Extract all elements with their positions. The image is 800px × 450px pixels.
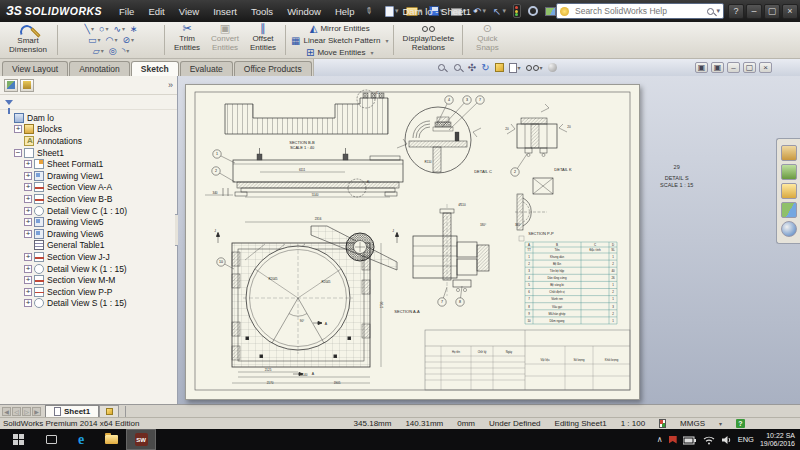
view-sheets-button[interactable]: ▾ xyxy=(509,63,521,73)
tree-item-drawing-view5[interactable]: +Drawing View5 xyxy=(0,216,177,228)
expander-icon[interactable]: + xyxy=(24,276,32,284)
menu-edit[interactable]: Edit xyxy=(141,3,171,20)
solidworks-taskbar-button[interactable]: SW xyxy=(126,429,156,450)
panel-expand-icon[interactable]: » xyxy=(168,80,173,90)
display-delete-relations-button[interactable]: Display/Delete Relations xyxy=(397,23,459,57)
wifi-icon[interactable] xyxy=(703,435,715,445)
status-help-icon[interactable]: ? xyxy=(736,419,745,428)
tab-office-products[interactable]: Office Products xyxy=(234,61,312,76)
view-settings-button[interactable]: ▾ xyxy=(526,64,543,71)
design-library-tab-icon[interactable] xyxy=(781,164,797,180)
tree-item-drawing-view1[interactable]: +Drawing View1 xyxy=(0,170,177,182)
convert-entities-button[interactable]: ▣ Convert Entities xyxy=(206,23,244,57)
tree-item-detail-view-c-1-10[interactable]: +Detail View C (1 : 10) xyxy=(0,205,177,217)
new-document-button[interactable]: ▾ xyxy=(383,3,401,19)
doc-close-button[interactable]: × xyxy=(759,62,772,73)
tab-annotation[interactable]: Annotation xyxy=(69,61,130,76)
menu-help[interactable]: Help xyxy=(328,3,362,20)
expander-icon[interactable]: + xyxy=(24,218,32,226)
expander-icon[interactable]: + xyxy=(24,160,32,168)
file-explorer-tab-icon[interactable] xyxy=(781,183,797,199)
expander-icon[interactable]: + xyxy=(24,183,32,191)
pan-button[interactable]: ✣ xyxy=(468,62,476,73)
minimize-button[interactable]: – xyxy=(746,4,762,19)
select-button[interactable]: ↖▾ xyxy=(491,3,508,19)
close-button[interactable]: × xyxy=(782,4,798,19)
expander-icon[interactable]: − xyxy=(14,149,22,157)
feature-manager-tab-icon[interactable] xyxy=(4,79,18,92)
linear-sketch-pattern-button[interactable]: ▦ Linear Sketch Pattern ▾ xyxy=(289,35,390,46)
last-sheet-button[interactable]: ▶ xyxy=(32,407,41,416)
view-palette-tab-icon[interactable] xyxy=(781,202,797,218)
tree-item-general-table1[interactable]: General Table1 xyxy=(0,240,177,252)
graphics-area[interactable]: SECTION B-B SCALE 1 : 40 xyxy=(178,76,800,404)
tab-sketch[interactable]: Sketch xyxy=(131,61,179,76)
drawing-sheet[interactable]: SECTION B-B SCALE 1 : 40 xyxy=(185,84,640,400)
ellipse-tool[interactable]: ⊘▾ xyxy=(120,35,136,45)
tray-expand-icon[interactable]: ∧ xyxy=(657,435,663,444)
sheet1-tab[interactable]: Sheet1 xyxy=(45,405,99,417)
balloon-29[interactable]: 29 xyxy=(660,164,693,171)
point-tool[interactable]: ∗ xyxy=(128,24,140,34)
expander-icon[interactable]: + xyxy=(24,230,32,238)
tree-item-section-view-j-j[interactable]: +Section View J-J xyxy=(0,251,177,263)
zoom-to-area-button[interactable] xyxy=(452,64,463,71)
tray-red-app-icon[interactable] xyxy=(669,436,677,444)
tree-filter[interactable] xyxy=(0,95,177,110)
search-box[interactable]: ▾ xyxy=(556,3,724,19)
restore-button[interactable]: ▢ xyxy=(764,4,780,19)
edge-button[interactable]: e xyxy=(66,429,96,450)
expander-icon[interactable]: + xyxy=(24,253,32,261)
expander-icon[interactable]: + xyxy=(14,125,22,133)
rotate-view-button[interactable]: ↻ xyxy=(481,62,489,73)
battery-icon[interactable] xyxy=(683,435,697,445)
cascade-icon[interactable]: ▣ xyxy=(695,62,708,73)
tree-item-section-view-b-b[interactable]: +Section View B-B xyxy=(0,193,177,205)
expander-icon[interactable]: + xyxy=(24,207,32,215)
zoom-to-fit-button[interactable] xyxy=(436,64,447,71)
offset-entities-button[interactable]: ∥ Offset Entities xyxy=(244,23,282,57)
trim-entities-button[interactable]: ✂ Trim Entities xyxy=(168,23,206,57)
tree-item-sheet1[interactable]: −Sheet1 xyxy=(0,147,177,159)
tree-item-section-view-m-m[interactable]: +Section View M-M xyxy=(0,274,177,286)
start-button[interactable] xyxy=(0,429,36,450)
doc-minimize-button[interactable]: – xyxy=(727,62,740,73)
floating-detail-s-annotation[interactable]: 29 DETAIL S SCALE 1 : 15 xyxy=(660,164,693,189)
next-sheet-button[interactable]: ▷ xyxy=(22,407,31,416)
expander-icon[interactable]: + xyxy=(24,195,32,203)
doc-restore-button[interactable]: ▢ xyxy=(743,62,756,73)
spline-tool[interactable]: ∿▾ xyxy=(111,24,127,34)
menu-tools[interactable]: Tools xyxy=(244,3,280,20)
menu-view[interactable]: View xyxy=(172,3,206,20)
menu-window[interactable]: Window xyxy=(280,3,328,20)
prev-sheet-button[interactable]: ◁ xyxy=(12,407,21,416)
options-sphere-button[interactable] xyxy=(548,63,557,72)
speaker-icon[interactable] xyxy=(721,435,732,445)
tree-item-dam-lo[interactable]: Dam lo xyxy=(0,112,177,124)
tree-item-drawing-view6[interactable]: +Drawing View6 xyxy=(0,228,177,240)
resources-tab-icon[interactable] xyxy=(781,145,797,161)
slot-tool[interactable]: ▱▾ xyxy=(91,46,106,56)
menu-file[interactable]: File xyxy=(112,3,141,20)
chevron-down-icon[interactable]: ▾ xyxy=(719,420,722,427)
pin-icon[interactable]: ✎ xyxy=(363,5,375,18)
centerpoint-circle-tool[interactable]: ◎ xyxy=(107,46,119,56)
expander-icon[interactable]: + xyxy=(24,299,32,307)
rebuild-button[interactable] xyxy=(511,3,523,19)
tree-item-annotations[interactable]: Annotations xyxy=(0,135,177,147)
menu-insert[interactable]: Insert xyxy=(206,3,244,20)
tab-evaluate[interactable]: Evaluate xyxy=(180,61,233,76)
3d-drawing-view-button[interactable] xyxy=(495,63,504,72)
quick-snaps-button[interactable]: ⊙ Quick Snaps xyxy=(466,23,508,57)
unit-system[interactable]: MMGS xyxy=(680,419,705,428)
tree-item-blocks[interactable]: +Blocks xyxy=(0,124,177,136)
file-explorer-button[interactable] xyxy=(96,429,126,450)
appearances-tab-icon[interactable] xyxy=(781,221,797,237)
tree-item-sheet-format1[interactable]: +Sheet Format1 xyxy=(0,158,177,170)
tab-view-layout[interactable]: View Layout xyxy=(2,61,68,76)
first-sheet-button[interactable]: ◀ xyxy=(2,407,11,416)
mirror-entities-button[interactable]: ◭ Mirror Entities xyxy=(308,23,372,34)
expander-icon[interactable]: + xyxy=(24,172,32,180)
expander-icon[interactable]: + xyxy=(24,288,32,296)
smart-dimension-button[interactable]: Smart Dimension xyxy=(2,23,54,57)
